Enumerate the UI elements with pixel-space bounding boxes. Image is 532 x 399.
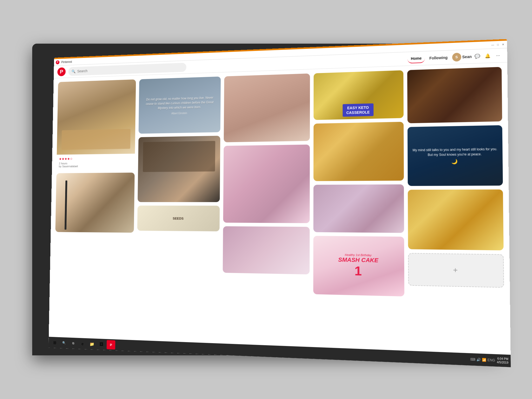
window-title: Pinterest	[61, 60, 72, 64]
pin-knit1[interactable]	[223, 144, 310, 223]
start-button[interactable]: ⊞	[50, 338, 59, 347]
masonry-col-3	[222, 74, 310, 343]
user-avatar[interactable]: S	[452, 52, 461, 61]
pin-smash-cake[interactable]: Healthy 1st Birthday SMASH CAKE 1	[313, 236, 404, 296]
masonry-col-2: Do not grow old, no matter how long you …	[136, 76, 221, 340]
pin-soul-quote[interactable]: My mind still talks to you and my heart …	[407, 125, 503, 186]
network-icon: 📶	[482, 358, 486, 362]
pin-shawl[interactable]	[224, 74, 310, 142]
soul-quote-text: My mind still talks to you and my heart …	[413, 147, 497, 157]
pin-baking[interactable]	[138, 136, 220, 202]
keyboard-icon: ⌨	[470, 357, 475, 362]
search-bar[interactable]: 🔍 Search	[68, 63, 187, 76]
pinterest-logo[interactable]: P	[57, 67, 66, 76]
moon-icon: 🌙	[413, 158, 497, 165]
nav-following[interactable]: Following	[426, 53, 451, 62]
laptop-screen: P Pinterest — □ ✕ P 🔍 Search Home Follow…	[49, 39, 511, 367]
pin-keto-dish[interactable]	[313, 122, 404, 181]
nav-home[interactable]: Home	[408, 54, 425, 63]
minimize-button[interactable]: —	[491, 43, 494, 46]
pin-food-bars[interactable]: ★★★★☆ 2 hours by Sauernalataet	[56, 79, 136, 170]
pin-quote-text: Do not grow old, no matter how long you …	[144, 95, 216, 111]
close-button[interactable]: ✕	[501, 43, 505, 46]
volume-icon: 🔊	[476, 358, 481, 362]
file-explorer-button[interactable]: 📁	[88, 339, 96, 349]
pin-interior[interactable]	[55, 172, 135, 232]
masonry-col-5: My mind still talks to you and my heart …	[407, 67, 504, 351]
pin-more[interactable]: +	[408, 253, 504, 288]
masonry-grid: ★★★★☆ 2 hours by Sauernalataet Do not gr…	[54, 67, 505, 351]
taskbar-clock: 6:04 PM 4/5/2019	[497, 357, 508, 364]
edge-button[interactable]: e	[78, 339, 87, 348]
pin-keto-casserole[interactable]: EASY KETO CASSEROLE	[314, 70, 404, 120]
pinterest-content: ★★★★☆ 2 hours by Sauernalataet Do not gr…	[49, 62, 511, 355]
taskbar-right: ⌨ 🔊 📶 ENG 6:04 PM 4/5/2019	[470, 356, 508, 364]
pin-by: by Sauernalataet	[59, 164, 132, 168]
window-controls: — □ ✕	[491, 43, 505, 47]
laptop-shell: P Pinterest — □ ✕ P 🔍 Search Home Follow…	[32, 44, 500, 355]
pin-einstein-quote[interactable]: Do not grow old, no matter how long you …	[138, 76, 221, 134]
search-taskbar-button[interactable]: 🔍	[60, 338, 68, 348]
photos-button[interactable]: 🖼	[97, 340, 106, 349]
pin-knit2[interactable]	[223, 226, 310, 274]
search-icon: 🔍	[71, 69, 75, 73]
smash-number: 1	[355, 263, 362, 278]
search-input[interactable]: Search	[77, 69, 88, 73]
user-name[interactable]: Sean	[462, 54, 472, 59]
masonry-col-4: EASY KETO CASSEROLE Healthy 1st Birthday…	[313, 70, 404, 347]
maximize-button[interactable]: □	[496, 43, 500, 46]
taskbar-left: ⊞ 🔍 ⧉ e 📁 🖼 P	[50, 338, 115, 350]
pin-woman-back[interactable]	[408, 189, 504, 250]
smash-title-text: SMASH CAKE	[338, 256, 378, 264]
keto-label: EASY KETO CASSEROLE	[343, 103, 374, 117]
header-nav: Home Following S Sean 💬 🔔 ···	[408, 51, 503, 63]
masonry-col-1: ★★★★☆ 2 hours by Sauernalataet	[54, 79, 136, 337]
user-profile-area[interactable]: S Sean	[452, 52, 472, 62]
message-button[interactable]: 💬	[473, 52, 482, 61]
taskbar-date-display: 4/5/2019	[497, 360, 508, 364]
taskbar-system-icons: ⌨ 🔊 📶 ENG	[470, 357, 495, 362]
window-favicon: P	[56, 60, 59, 64]
language-indicator: ENG	[488, 358, 495, 362]
pin-quote-author: Albert Einstein	[144, 111, 216, 115]
more-button[interactable]: ···	[493, 51, 503, 60]
notification-button[interactable]: 🔔	[483, 51, 493, 61]
pin-stars: ★★★★☆	[59, 157, 73, 161]
pinterest-taskbar-button[interactable]: P	[107, 340, 115, 349]
task-view-button[interactable]: ⧉	[69, 338, 77, 348]
pin-chocolate-pie[interactable]	[407, 67, 502, 123]
pin-pottery[interactable]	[313, 184, 404, 233]
pin-seeds-box[interactable]: SEEDS	[137, 205, 220, 231]
